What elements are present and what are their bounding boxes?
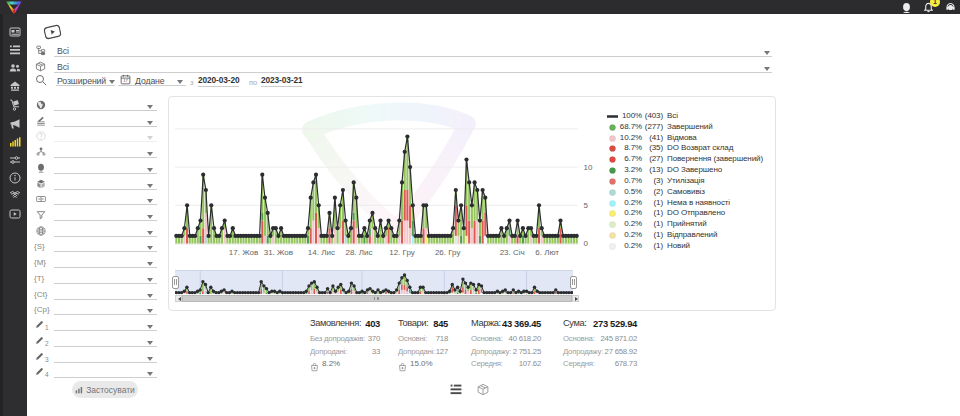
legend-item[interactable]: 0.5%(2)Самовивіз (606, 187, 774, 198)
sidebar-item-settings[interactable] (8, 154, 22, 166)
filter-select-6[interactable] (54, 193, 157, 205)
legend-marker (606, 156, 619, 163)
date-field-select[interactable] (118, 74, 186, 86)
stat-subvalue: 127 (398, 347, 448, 356)
filter-select-8[interactable] (54, 225, 157, 237)
filter-select-11[interactable] (54, 272, 157, 284)
video-tutorial-icon[interactable] (43, 23, 63, 40)
chevron-down-icon[interactable] (147, 231, 153, 235)
web-icon (36, 226, 46, 236)
sidebar-item-products[interactable] (8, 80, 22, 92)
search-mode-select[interactable] (56, 74, 115, 86)
filter-select-4[interactable] (54, 162, 157, 174)
date-from-input[interactable]: 2020-03-20 (198, 75, 239, 87)
filter-select-10[interactable] (54, 256, 157, 268)
chevron-down-icon[interactable] (147, 121, 153, 125)
legend-pct: 3.2% (619, 165, 642, 174)
toggle-products[interactable] (476, 383, 490, 396)
legend-item[interactable]: 0.7%(3)Утилізація (606, 176, 774, 187)
sidebar-item-analytics[interactable] (8, 136, 22, 148)
legend-item[interactable]: 0.2%(1)Прийнятий (606, 219, 774, 230)
toggle-orders-list[interactable] (449, 383, 463, 396)
status-select[interactable] (54, 45, 772, 57)
chevron-down-icon[interactable] (177, 80, 183, 84)
chevron-down-icon[interactable] (109, 80, 115, 84)
chevron-down-icon[interactable] (147, 168, 153, 172)
sidebar-item-partners[interactable] (8, 189, 22, 201)
legend-marker (606, 145, 619, 152)
stat-value: 403 (310, 318, 380, 329)
sidebar-item-orders[interactable] (8, 44, 22, 56)
legend-pct: 0.5% (619, 187, 642, 196)
svg-text:10: 10 (584, 163, 593, 172)
navigator-handle-right[interactable] (570, 276, 577, 289)
scrollbar-right-arrow[interactable] (572, 295, 579, 302)
bell-icon[interactable]: 1 (923, 2, 934, 13)
chevron-down-icon[interactable] (147, 246, 153, 250)
legend-marker (606, 210, 619, 217)
chevron-down-icon[interactable] (147, 278, 153, 282)
chevron-down-icon[interactable] (147, 184, 153, 188)
filter-select-13[interactable] (54, 303, 157, 315)
chevron-down-icon[interactable] (147, 199, 153, 203)
sidebar-item-info[interactable] (8, 172, 22, 184)
legend-item[interactable]: 3.2%(13)DO Завершено (606, 165, 774, 176)
legend-item[interactable]: 0.2%(1)Відправлений (606, 230, 774, 241)
svg-text:12. Гру: 12. Гру (389, 248, 415, 257)
scrollbar-thumb[interactable] (182, 295, 572, 302)
filter-select-9[interactable] (54, 240, 157, 252)
sidebar-item-delivery[interactable] (8, 99, 22, 111)
filter-select-12[interactable] (54, 288, 157, 300)
apply-button[interactable]: Застосувати (72, 381, 138, 398)
svg-text:0: 0 (584, 239, 589, 248)
date-to-input[interactable]: 2023-03-21 (261, 75, 302, 87)
avatar-icon[interactable] (901, 2, 912, 13)
legend-item[interactable]: 10.2%(41)Відмова (606, 133, 774, 144)
chart-scrollbar[interactable] (175, 295, 579, 302)
chevron-down-icon[interactable] (147, 105, 153, 109)
filter-select-1[interactable] (54, 115, 157, 127)
info-icon (8, 172, 22, 184)
chevron-down-icon[interactable] (147, 294, 153, 298)
legend-count: (35) (643, 143, 663, 152)
chevron-down-icon[interactable] (147, 262, 153, 266)
sidebar-item-dashboard[interactable] (8, 26, 22, 38)
headset-icon[interactable] (945, 2, 956, 13)
legend-item[interactable]: 100%(403)Всі (606, 111, 774, 122)
legend-pct: 0.7% (619, 176, 642, 185)
sidebar-item-video[interactable] (8, 208, 22, 220)
legend-pct: 0.2% (619, 241, 642, 250)
scrollbar-left-arrow[interactable] (175, 295, 182, 302)
legend-item[interactable]: 0.2%(1)Нема в наявності (606, 198, 774, 209)
filter-select-3[interactable] (54, 146, 157, 158)
stat-subvalue: 245 871.02 (563, 334, 637, 343)
chevron-down-icon[interactable] (147, 215, 153, 219)
navigator-handle-left[interactable] (172, 276, 179, 289)
chevron-down-icon[interactable] (764, 51, 770, 55)
legend-item[interactable]: 0.2%(1)Новий (606, 241, 774, 252)
filter-select-5[interactable] (54, 178, 157, 190)
legend-item[interactable]: 68.7%(277)Завершений (606, 122, 774, 133)
chevron-down-icon[interactable] (147, 309, 153, 313)
stat-subvalue: 15.0% (410, 359, 433, 368)
chart-navigator[interactable] (175, 270, 573, 295)
legend-item[interactable]: 8.7%(35)DO Возврат склад (606, 143, 774, 154)
card-icon (8, 26, 22, 38)
chevron-down-icon[interactable] (147, 136, 153, 140)
person-icon (36, 163, 46, 173)
sidebar-item-marketing[interactable] (8, 118, 22, 130)
chevron-down-icon[interactable] (147, 152, 153, 156)
product-select[interactable] (54, 61, 772, 73)
app-logo[interactable] (5, 0, 23, 18)
legend-item[interactable]: 6.7%(27)Повернення (завершений) (606, 154, 774, 165)
sitemap-icon (35, 45, 46, 56)
legend-pct: 10.2% (619, 133, 642, 142)
legend-item[interactable]: 0.2%(1)DO Отправлено (606, 208, 774, 219)
chevron-down-icon[interactable] (764, 67, 770, 71)
legend-label: Всі (667, 111, 678, 120)
filter-select-2[interactable] (54, 130, 157, 142)
filter-select-0[interactable] (54, 99, 157, 111)
filter-select-7[interactable] (54, 209, 157, 221)
sidebar-item-clients[interactable] (8, 62, 22, 74)
banknote-icon (36, 194, 46, 204)
